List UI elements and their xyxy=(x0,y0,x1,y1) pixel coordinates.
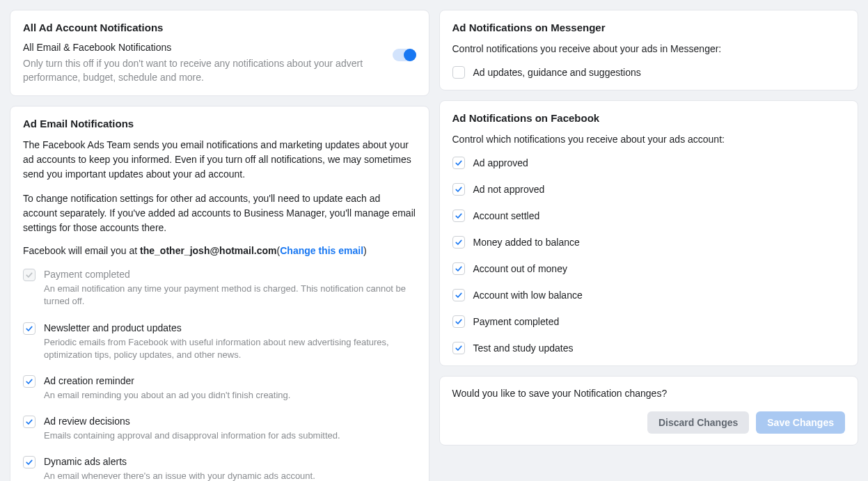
facebook-option-item: Ad approved xyxy=(452,157,846,169)
facebook-option-checkbox[interactable] xyxy=(452,183,465,196)
facebook-option-label: Account settled xyxy=(473,210,540,221)
email-option-label: Dynamic ads alerts xyxy=(44,456,416,467)
change-email-link[interactable]: Change this email xyxy=(280,245,363,256)
email-option-checkbox[interactable] xyxy=(23,416,35,428)
all-notifications-subtitle: All Email & Facebook Notifications xyxy=(23,42,379,53)
facebook-option-item: Account out of money xyxy=(452,262,846,275)
discard-button[interactable]: Discard Changes xyxy=(647,411,749,434)
email-option-label: Newsletter and product updates xyxy=(44,322,416,333)
facebook-option-checkbox[interactable] xyxy=(452,289,465,301)
facebook-option-item: Payment completed xyxy=(452,315,846,328)
messenger-notifications-card: Ad Notifications on Messenger Control no… xyxy=(439,10,859,90)
facebook-notifications-help: Control which notifications you receive … xyxy=(452,132,846,147)
email-option-item: Payment completedAn email notification a… xyxy=(23,269,416,308)
facebook-option-label: Ad approved xyxy=(473,157,528,168)
email-option-item: Ad review decisionsEmails containing app… xyxy=(23,416,416,442)
email-option-checkbox[interactable] xyxy=(23,456,35,468)
email-option-item: Newsletter and product updatesPeriodic e… xyxy=(23,322,416,361)
save-prompt: Would you like to save your Notification… xyxy=(452,388,846,399)
email-prefix: Facebook will email you at xyxy=(23,245,140,256)
email-option-desc: Emails containing approval and disapprov… xyxy=(44,429,416,442)
facebook-notifications-title: Ad Notifications on Facebook xyxy=(452,112,846,124)
messenger-notifications-help: Control notifications you receive about … xyxy=(452,42,846,56)
email-option-desc: Periodic emails from Facebook with usefu… xyxy=(44,336,416,361)
messenger-notifications-title: Ad Notifications on Messenger xyxy=(452,22,846,33)
email-option-checkbox xyxy=(23,269,35,281)
facebook-option-checkbox[interactable] xyxy=(452,236,465,249)
email-notifications-body2: To change notification settings for othe… xyxy=(23,191,416,235)
facebook-option-label: Payment completed xyxy=(473,316,560,327)
email-address: the_other_josh@hotmail.com xyxy=(140,245,276,256)
all-notifications-title: All Ad Account Notifications xyxy=(23,22,416,33)
email-option-item: Dynamic ads alertsAn email whenever ther… xyxy=(23,456,416,481)
email-notifications-body1: The Facebook Ads Team sends you email no… xyxy=(23,138,416,182)
email-option-item: Ad creation reminderAn email reminding y… xyxy=(23,375,416,402)
facebook-option-checkbox[interactable] xyxy=(452,210,465,222)
facebook-option-item: Account with low balance xyxy=(452,289,846,301)
messenger-option-item: Ad updates, guidance and suggestions xyxy=(452,66,846,79)
facebook-option-label: Money added to balance xyxy=(473,237,580,248)
email-line: Facebook will email you at the_other_jos… xyxy=(23,245,416,256)
facebook-option-item: Test and study updates xyxy=(452,342,846,354)
email-option-checkbox[interactable] xyxy=(23,375,35,388)
email-option-desc: An email reminding you about an ad you d… xyxy=(44,389,416,402)
facebook-option-item: Money added to balance xyxy=(452,236,846,249)
facebook-option-item: Account settled xyxy=(452,210,846,222)
save-changes-card: Would you like to save your Notification… xyxy=(439,376,859,445)
email-option-label: Payment completed xyxy=(44,269,416,280)
facebook-notifications-card: Ad Notifications on Facebook Control whi… xyxy=(439,100,859,366)
email-close-paren: ) xyxy=(363,245,367,256)
facebook-option-label: Account out of money xyxy=(473,263,567,274)
facebook-option-item: Ad not approved xyxy=(452,183,846,196)
email-option-label: Ad creation reminder xyxy=(44,375,416,386)
email-option-desc: An email whenever there's an issue with … xyxy=(44,470,416,481)
email-option-desc: An email notification any time your paym… xyxy=(44,283,416,308)
facebook-option-checkbox[interactable] xyxy=(452,262,465,275)
all-notifications-card: All Ad Account Notifications All Email &… xyxy=(10,10,429,96)
save-button[interactable]: Save Changes xyxy=(756,411,845,434)
all-notifications-toggle[interactable] xyxy=(393,49,416,61)
all-notifications-help: Only turn this off if you don't want to … xyxy=(23,57,379,84)
facebook-option-label: Test and study updates xyxy=(473,342,574,354)
email-notifications-card: Ad Email Notifications The Facebook Ads … xyxy=(10,106,429,481)
messenger-option-label: Ad updates, guidance and suggestions xyxy=(473,67,641,78)
messenger-option-checkbox[interactable] xyxy=(452,66,465,79)
facebook-option-checkbox[interactable] xyxy=(452,157,465,169)
email-notifications-title: Ad Email Notifications xyxy=(23,118,416,129)
facebook-option-checkbox[interactable] xyxy=(452,315,465,328)
toggle-knob-icon xyxy=(404,49,416,61)
facebook-option-checkbox[interactable] xyxy=(452,342,465,354)
facebook-option-label: Account with low balance xyxy=(473,290,583,301)
email-option-checkbox[interactable] xyxy=(23,322,35,335)
email-option-label: Ad review decisions xyxy=(44,416,416,427)
facebook-option-label: Ad not approved xyxy=(473,184,545,195)
